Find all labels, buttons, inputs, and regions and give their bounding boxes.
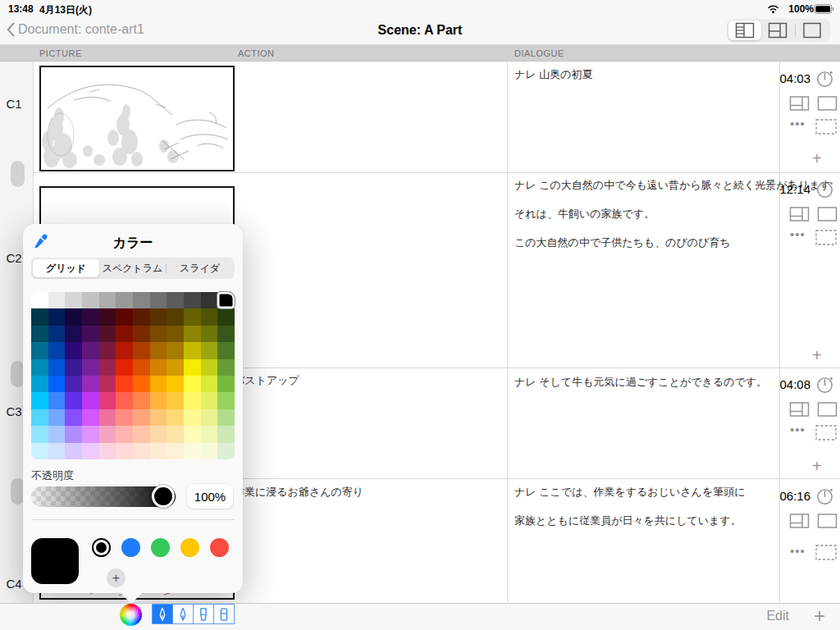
preset-color[interactable] xyxy=(151,538,170,557)
tool-eraser[interactable] xyxy=(213,604,235,624)
more-options-button[interactable]: ••• xyxy=(790,422,806,436)
color-grid-cell[interactable] xyxy=(82,308,99,325)
dialogue-text[interactable]: ナレ ここでは、作業をするおじいさんを筆頭に xyxy=(514,485,746,500)
color-grid-cell[interactable] xyxy=(48,443,66,459)
color-grid-cell[interactable] xyxy=(201,308,218,325)
color-grid-cell[interactable] xyxy=(48,392,66,409)
layout-full-icon[interactable] xyxy=(817,207,838,221)
insert-row-button[interactable]: + xyxy=(812,346,822,365)
more-options-button[interactable]: ••• xyxy=(790,116,806,130)
color-grid-cell[interactable] xyxy=(133,359,150,376)
color-grid-cell[interactable] xyxy=(48,426,66,442)
back-button[interactable]: Document: conte-art1 xyxy=(7,22,144,37)
color-grid-cell[interactable] xyxy=(48,342,66,358)
preset-color[interactable] xyxy=(180,538,199,557)
color-grid-cell[interactable] xyxy=(116,342,133,358)
color-grid-cell[interactable] xyxy=(217,376,235,392)
row-resize-handle[interactable] xyxy=(11,161,25,187)
timer-icon[interactable] xyxy=(815,69,834,88)
color-grid-cell[interactable] xyxy=(48,308,66,325)
color-grid-cell[interactable] xyxy=(150,392,167,409)
color-grid-cell[interactable] xyxy=(201,359,218,376)
color-grid-cell[interactable] xyxy=(201,342,218,358)
color-grid-cell[interactable] xyxy=(133,443,150,459)
color-grid-cell[interactable] xyxy=(150,409,167,426)
color-grid-cell[interactable] xyxy=(184,292,201,308)
color-grid-cell[interactable] xyxy=(201,326,218,342)
tool-pen-selected[interactable] xyxy=(152,604,173,624)
color-grid-cell[interactable] xyxy=(48,376,66,392)
preset-color-selected[interactable] xyxy=(96,542,107,553)
layout-full-icon[interactable] xyxy=(817,402,838,417)
timer-icon[interactable] xyxy=(815,486,834,505)
color-grid-cell[interactable] xyxy=(99,359,116,376)
view-mode-page-button[interactable] xyxy=(796,21,829,40)
dialogue-text[interactable]: この大自然の中で子供たちも、のびのび育ち xyxy=(514,235,731,250)
color-grid-cell[interactable] xyxy=(217,426,235,442)
dialogue-text[interactable]: ナレ 山奥の初夏 xyxy=(514,67,593,82)
color-grid-cell[interactable] xyxy=(116,359,133,376)
color-grid-cell[interactable] xyxy=(65,376,82,392)
color-grid-cell[interactable] xyxy=(31,342,48,358)
color-grid-cell[interactable] xyxy=(116,308,133,325)
color-grid-cell[interactable] xyxy=(65,392,82,409)
tab-sliders[interactable]: スライダ xyxy=(167,259,233,277)
color-grid-cell[interactable] xyxy=(99,308,116,325)
color-grid-cell[interactable] xyxy=(48,292,66,308)
color-grid-cell[interactable] xyxy=(150,326,167,342)
color-grid-cell[interactable] xyxy=(133,308,150,325)
color-grid-cell[interactable] xyxy=(65,326,82,342)
color-grid-cell[interactable] xyxy=(116,326,133,342)
color-grid-cell[interactable] xyxy=(31,292,48,308)
layout-full-icon[interactable] xyxy=(817,514,838,528)
color-grid-cell[interactable] xyxy=(31,409,48,426)
preset-color[interactable] xyxy=(121,538,140,557)
color-grid-cell[interactable] xyxy=(184,326,201,342)
color-grid-cell[interactable] xyxy=(133,376,150,392)
color-grid-cell[interactable] xyxy=(31,326,48,342)
color-grid-cell[interactable] xyxy=(82,342,99,358)
color-grid-cell[interactable] xyxy=(201,392,218,409)
color-grid-cell[interactable] xyxy=(116,426,133,442)
insert-row-button[interactable]: + xyxy=(812,149,822,168)
color-grid-cell[interactable] xyxy=(150,292,167,308)
color-grid-cell[interactable] xyxy=(82,443,99,459)
color-grid-cell[interactable] xyxy=(217,409,235,426)
color-grid-cell[interactable] xyxy=(150,359,167,376)
color-grid-cell[interactable] xyxy=(201,376,218,392)
color-grid-cell[interactable] xyxy=(31,359,48,376)
tool-marker[interactable] xyxy=(193,604,214,624)
view-mode-split-button[interactable] xyxy=(761,21,794,40)
dashed-frame-icon[interactable] xyxy=(815,545,837,560)
color-grid-cell[interactable] xyxy=(82,292,99,308)
color-grid-cell[interactable] xyxy=(48,326,66,342)
duration-c1[interactable]: 04:03 xyxy=(761,71,810,85)
color-grid-cell[interactable] xyxy=(99,342,116,358)
color-grid-cell[interactable] xyxy=(133,426,150,442)
color-grid-cell[interactable] xyxy=(150,426,167,442)
color-grid-cell[interactable] xyxy=(184,443,201,459)
color-grid-cell[interactable] xyxy=(133,292,150,308)
color-grid-cell[interactable] xyxy=(217,326,235,342)
add-scene-button[interactable]: + xyxy=(814,605,825,628)
color-grid-cell[interactable] xyxy=(167,426,184,442)
color-grid-cell[interactable] xyxy=(201,292,218,308)
dialogue-text[interactable]: それは、牛飼いの家族です。 xyxy=(514,207,655,221)
color-grid-cell[interactable] xyxy=(65,443,82,459)
color-grid-cell[interactable] xyxy=(99,426,116,442)
color-grid-cell[interactable] xyxy=(184,426,201,442)
color-grid-cell[interactable] xyxy=(99,409,116,426)
color-grid-cell[interactable] xyxy=(65,292,82,308)
color-grid-cell[interactable] xyxy=(184,392,201,409)
color-grid-cell[interactable] xyxy=(31,426,48,442)
picture-frame-c1[interactable] xyxy=(39,66,235,171)
color-grid-cell[interactable] xyxy=(65,409,82,426)
color-grid-cell[interactable] xyxy=(65,359,82,376)
layout-full-icon[interactable] xyxy=(817,96,838,111)
insert-row-button[interactable]: + xyxy=(812,457,822,476)
color-grid-cell[interactable] xyxy=(217,342,235,358)
duration-c2[interactable]: 12:14 xyxy=(761,182,810,196)
color-grid-cell[interactable] xyxy=(99,292,116,308)
color-grid-cell[interactable] xyxy=(99,326,116,342)
color-grid-cell[interactable] xyxy=(82,359,99,376)
